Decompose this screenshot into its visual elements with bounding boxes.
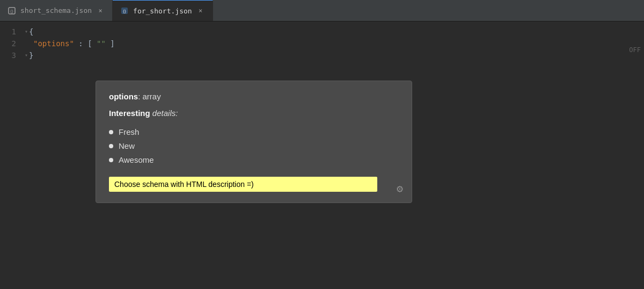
bullet-awesome <box>109 158 113 162</box>
fold-icon-1[interactable]: ▾ <box>25 26 28 38</box>
tooltip-subtitle: Interesting details: <box>109 109 399 118</box>
code-line-3: ▾ } <box>25 49 644 61</box>
colon: : <box>78 39 87 48</box>
list-item-new: New <box>109 139 399 153</box>
tab-short-schema-close[interactable]: × <box>96 7 105 15</box>
tab-for-short-label: for_short.json <box>133 7 192 15</box>
list-item-new-label: New <box>119 139 135 153</box>
list-item-fresh: Fresh <box>109 125 399 139</box>
tab-short-schema-label: short_schema.json <box>20 6 92 15</box>
tooltip-title-bold: options <box>109 92 138 101</box>
tooltip-highlight-box: Choose schema with HTML description =) <box>109 177 377 192</box>
tab-bar: {} short_schema.json × {} for_short.json… <box>0 0 644 21</box>
bracket-close: ] <box>110 39 114 48</box>
options-key: "options" <box>33 39 74 48</box>
svg-text:{}: {} <box>10 9 13 13</box>
list-item-fresh-label: Fresh <box>119 125 139 139</box>
tab-short-schema[interactable]: {} short_schema.json × <box>0 0 113 21</box>
line-number-2: 2 <box>0 38 16 49</box>
bullet-new <box>109 144 113 148</box>
off-label: OFF <box>626 44 644 56</box>
fold-icon-3[interactable]: ▾ <box>25 49 28 61</box>
line-numbers: 1 2 3 <box>0 21 21 289</box>
code-line-2: "options" : [ "" ] <box>25 38 644 49</box>
code-line-1: ▾ { <box>25 26 644 38</box>
gear-icon[interactable]: ⚙ <box>397 182 403 195</box>
tooltip-subtitle-italic: details: <box>152 109 178 118</box>
editor-area: OFF 1 2 3 ▾ { "options" : [ "" ] ▾ } <box>0 21 644 289</box>
list-item-awesome: Awesome <box>109 153 399 167</box>
options-value: "" <box>97 39 106 48</box>
tooltip-title: options: array <box>109 92 399 101</box>
tooltip-popup: options: array Interesting details: Fres… <box>96 81 412 203</box>
tab-for-short[interactable]: {} for_short.json × <box>113 0 213 21</box>
bullet-fresh <box>109 130 113 134</box>
tab-for-short-close[interactable]: × <box>196 7 205 15</box>
tooltip-title-rest: : array <box>138 92 161 101</box>
tooltip-subtitle-bold: Interesting <box>109 109 150 118</box>
svg-text:{}: {} <box>123 9 126 13</box>
json-icon: {} <box>120 6 129 15</box>
close-brace: } <box>29 49 33 61</box>
tooltip-list: Fresh New Awesome <box>109 125 399 167</box>
bracket-open: [ <box>87 39 92 48</box>
json-schema-icon: {} <box>8 6 16 15</box>
line-number-1: 1 <box>0 26 16 38</box>
list-item-awesome-label: Awesome <box>119 153 154 167</box>
open-brace: { <box>29 26 33 38</box>
line-number-3: 3 <box>0 49 16 61</box>
